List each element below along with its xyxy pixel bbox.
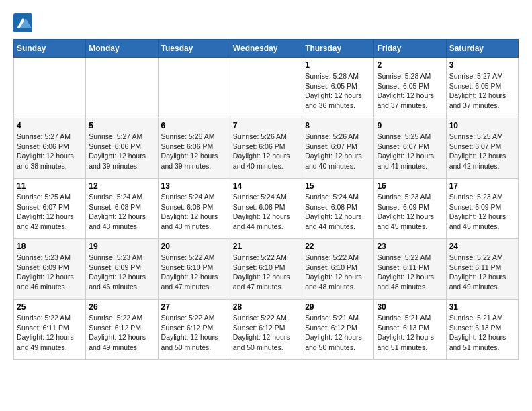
day-cell: 2Sunrise: 5:28 AM Sunset: 6:05 PM Daylig… <box>374 58 446 118</box>
day-header-wednesday: Wednesday <box>230 40 302 58</box>
day-number: 29 <box>305 302 371 312</box>
day-number: 14 <box>233 181 299 191</box>
day-number: 31 <box>449 302 515 312</box>
day-cell: 22Sunrise: 5:22 AM Sunset: 6:10 PM Dayli… <box>302 239 374 300</box>
day-number: 1 <box>305 60 371 70</box>
day-cell: 1Sunrise: 5:28 AM Sunset: 6:05 PM Daylig… <box>302 58 374 118</box>
day-info: Sunrise: 5:26 AM Sunset: 6:06 PM Dayligh… <box>161 132 227 171</box>
day-header-monday: Monday <box>86 40 158 58</box>
day-cell: 8Sunrise: 5:26 AM Sunset: 6:07 PM Daylig… <box>302 118 374 179</box>
day-number: 11 <box>17 181 83 191</box>
day-info: Sunrise: 5:23 AM Sunset: 6:09 PM Dayligh… <box>377 192 443 232</box>
day-cell: 10Sunrise: 5:25 AM Sunset: 6:07 PM Dayli… <box>446 118 518 179</box>
day-info: Sunrise: 5:26 AM Sunset: 6:06 PM Dayligh… <box>233 132 299 171</box>
day-number: 4 <box>17 121 83 130</box>
day-info: Sunrise: 5:22 AM Sunset: 6:12 PM Dayligh… <box>161 313 227 353</box>
day-number: 7 <box>233 121 299 130</box>
day-cell: 31Sunrise: 5:21 AM Sunset: 6:13 PM Dayli… <box>446 300 518 360</box>
day-info: Sunrise: 5:27 AM Sunset: 6:06 PM Dayligh… <box>89 132 154 171</box>
day-number: 21 <box>233 242 299 251</box>
day-cell: 4Sunrise: 5:27 AM Sunset: 6:06 PM Daylig… <box>14 118 86 179</box>
day-number: 17 <box>449 181 515 191</box>
week-row-0: 1Sunrise: 5:28 AM Sunset: 6:05 PM Daylig… <box>14 58 519 118</box>
week-row-4: 25Sunrise: 5:22 AM Sunset: 6:11 PM Dayli… <box>14 300 519 360</box>
day-info: Sunrise: 5:24 AM Sunset: 6:08 PM Dayligh… <box>161 192 227 232</box>
day-info: Sunrise: 5:27 AM Sunset: 6:05 PM Dayligh… <box>449 71 515 111</box>
day-number: 20 <box>161 242 227 251</box>
day-cell: 13Sunrise: 5:24 AM Sunset: 6:08 PM Dayli… <box>158 179 230 239</box>
day-info: Sunrise: 5:28 AM Sunset: 6:05 PM Dayligh… <box>377 71 443 111</box>
day-info: Sunrise: 5:24 AM Sunset: 6:08 PM Dayligh… <box>305 192 371 232</box>
day-info: Sunrise: 5:25 AM Sunset: 6:07 PM Dayligh… <box>449 132 515 171</box>
day-cell: 29Sunrise: 5:21 AM Sunset: 6:12 PM Dayli… <box>302 300 374 360</box>
day-cell: 17Sunrise: 5:23 AM Sunset: 6:09 PM Dayli… <box>446 179 518 239</box>
day-cell: 26Sunrise: 5:22 AM Sunset: 6:12 PM Dayli… <box>86 300 158 360</box>
logo <box>13 13 35 32</box>
day-cell: 11Sunrise: 5:25 AM Sunset: 6:07 PM Dayli… <box>14 179 86 239</box>
day-number: 16 <box>377 181 443 191</box>
day-info: Sunrise: 5:27 AM Sunset: 6:06 PM Dayligh… <box>17 132 83 171</box>
day-info: Sunrise: 5:28 AM Sunset: 6:05 PM Dayligh… <box>305 71 371 111</box>
day-cell: 7Sunrise: 5:26 AM Sunset: 6:06 PM Daylig… <box>230 118 302 179</box>
day-cell: 6Sunrise: 5:26 AM Sunset: 6:06 PM Daylig… <box>158 118 230 179</box>
day-info: Sunrise: 5:24 AM Sunset: 6:08 PM Dayligh… <box>233 192 299 232</box>
day-info: Sunrise: 5:22 AM Sunset: 6:10 PM Dayligh… <box>161 253 227 292</box>
day-number: 9 <box>377 121 443 130</box>
day-cell: 27Sunrise: 5:22 AM Sunset: 6:12 PM Dayli… <box>158 300 230 360</box>
day-number: 18 <box>17 242 83 251</box>
day-number: 30 <box>377 302 443 312</box>
week-row-3: 18Sunrise: 5:23 AM Sunset: 6:09 PM Dayli… <box>14 239 519 300</box>
day-cell: 30Sunrise: 5:21 AM Sunset: 6:13 PM Dayli… <box>374 300 446 360</box>
day-cell <box>158 58 230 118</box>
header-row: SundayMondayTuesdayWednesdayThursdayFrid… <box>14 40 519 58</box>
day-number: 5 <box>89 121 154 130</box>
day-info: Sunrise: 5:22 AM Sunset: 6:11 PM Dayligh… <box>17 313 83 353</box>
day-info: Sunrise: 5:22 AM Sunset: 6:10 PM Dayligh… <box>233 253 299 292</box>
day-cell: 5Sunrise: 5:27 AM Sunset: 6:06 PM Daylig… <box>86 118 158 179</box>
day-number: 3 <box>449 60 515 70</box>
day-info: Sunrise: 5:21 AM Sunset: 6:12 PM Dayligh… <box>305 313 371 353</box>
day-cell: 23Sunrise: 5:22 AM Sunset: 6:11 PM Dayli… <box>374 239 446 300</box>
day-number: 28 <box>233 302 299 312</box>
day-cell <box>86 58 158 118</box>
day-number: 24 <box>449 242 515 251</box>
day-header-sunday: Sunday <box>14 40 86 58</box>
day-number: 25 <box>17 302 83 312</box>
day-info: Sunrise: 5:25 AM Sunset: 6:07 PM Dayligh… <box>17 192 83 232</box>
calendar-body: 1Sunrise: 5:28 AM Sunset: 6:05 PM Daylig… <box>14 58 519 360</box>
day-info: Sunrise: 5:23 AM Sunset: 6:09 PM Dayligh… <box>17 253 83 292</box>
day-info: Sunrise: 5:22 AM Sunset: 6:12 PM Dayligh… <box>233 313 299 353</box>
logo-icon <box>13 13 32 32</box>
day-cell: 20Sunrise: 5:22 AM Sunset: 6:10 PM Dayli… <box>158 239 230 300</box>
day-info: Sunrise: 5:26 AM Sunset: 6:07 PM Dayligh… <box>305 132 371 171</box>
day-info: Sunrise: 5:22 AM Sunset: 6:12 PM Dayligh… <box>89 313 154 353</box>
day-cell <box>230 58 302 118</box>
day-cell <box>14 58 86 118</box>
day-cell: 28Sunrise: 5:22 AM Sunset: 6:12 PM Dayli… <box>230 300 302 360</box>
day-info: Sunrise: 5:23 AM Sunset: 6:09 PM Dayligh… <box>449 192 515 232</box>
day-cell: 9Sunrise: 5:25 AM Sunset: 6:07 PM Daylig… <box>374 118 446 179</box>
day-cell: 25Sunrise: 5:22 AM Sunset: 6:11 PM Dayli… <box>14 300 86 360</box>
week-row-2: 11Sunrise: 5:25 AM Sunset: 6:07 PM Dayli… <box>14 179 519 239</box>
day-info: Sunrise: 5:23 AM Sunset: 6:09 PM Dayligh… <box>89 253 154 292</box>
day-info: Sunrise: 5:24 AM Sunset: 6:08 PM Dayligh… <box>89 192 154 232</box>
day-header-friday: Friday <box>374 40 446 58</box>
day-number: 19 <box>89 242 154 251</box>
day-info: Sunrise: 5:22 AM Sunset: 6:11 PM Dayligh… <box>377 253 443 292</box>
day-number: 26 <box>89 302 154 312</box>
day-cell: 12Sunrise: 5:24 AM Sunset: 6:08 PM Dayli… <box>86 179 158 239</box>
day-info: Sunrise: 5:25 AM Sunset: 6:07 PM Dayligh… <box>377 132 443 171</box>
week-row-1: 4Sunrise: 5:27 AM Sunset: 6:06 PM Daylig… <box>14 118 519 179</box>
day-cell: 19Sunrise: 5:23 AM Sunset: 6:09 PM Dayli… <box>86 239 158 300</box>
day-number: 12 <box>89 181 154 191</box>
page-header <box>13 13 519 32</box>
day-info: Sunrise: 5:22 AM Sunset: 6:11 PM Dayligh… <box>449 253 515 292</box>
day-info: Sunrise: 5:21 AM Sunset: 6:13 PM Dayligh… <box>377 313 443 353</box>
day-info: Sunrise: 5:22 AM Sunset: 6:10 PM Dayligh… <box>305 253 371 292</box>
day-cell: 15Sunrise: 5:24 AM Sunset: 6:08 PM Dayli… <box>302 179 374 239</box>
day-number: 22 <box>305 242 371 251</box>
calendar-header: SundayMondayTuesdayWednesdayThursdayFrid… <box>14 40 519 58</box>
calendar-table: SundayMondayTuesdayWednesdayThursdayFrid… <box>13 39 519 360</box>
day-cell: 14Sunrise: 5:24 AM Sunset: 6:08 PM Dayli… <box>230 179 302 239</box>
day-cell: 16Sunrise: 5:23 AM Sunset: 6:09 PM Dayli… <box>374 179 446 239</box>
